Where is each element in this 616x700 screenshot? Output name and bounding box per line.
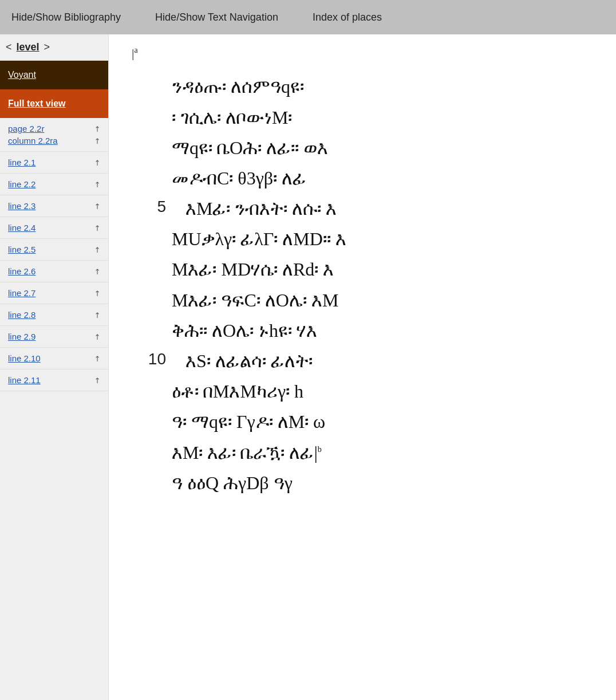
voyant-link[interactable]: Voyant: [8, 70, 36, 80]
line-2-8-arrow-icon: ↗: [92, 309, 102, 320]
line-2-5-link[interactable]: line 2.5: [8, 245, 35, 254]
line-number-10: 10: [132, 350, 166, 368]
text-line-1: ንዳዕጡ፡ ለሰምዓqዩ፡: [132, 72, 593, 103]
content-header: |a: [132, 46, 593, 61]
sidebar-item-line-2-7[interactable]: line 2.7 ↗: [0, 282, 108, 304]
line-2-1-link[interactable]: line 2.1: [8, 158, 35, 167]
line-2-10-link[interactable]: line 2.10: [8, 353, 41, 363]
column-2-2ra-link[interactable]: column 2.2ra: [8, 136, 58, 145]
sidebar: < level > Voyant Full text view page 2.2…: [0, 34, 109, 700]
text-line-6: MUቃλγ፡ ፊλΓ፡ ለMD፡፡ እ: [132, 225, 593, 255]
text-line-11: ዕቶ፡ በMእMካሪγ፡ h: [132, 377, 593, 407]
sidebar-item-fulltext[interactable]: Full text view: [0, 89, 108, 118]
sidebar-item-line-2-3[interactable]: line 2.3 ↗: [0, 195, 108, 217]
text-line-7: Mእፊ፡ MDሃሴ፡ ለRd፡ እ: [132, 255, 593, 285]
page-2-2r-link[interactable]: page 2.2r: [8, 124, 44, 133]
main-container: < level > Voyant Full text view page 2.2…: [0, 34, 616, 700]
top-navigation: Hide/Show Bibliography Hide/Show Text Na…: [0, 0, 616, 34]
nav-hide-show-bibliography[interactable]: Hide/Show Bibliography: [11, 6, 121, 29]
line-2-3-link[interactable]: line 2.3: [8, 201, 35, 211]
line-2-3-arrow-icon: ↗: [92, 200, 102, 211]
sidebar-item-line-2-8[interactable]: line 2.8 ↗: [0, 304, 108, 326]
line-number-5: 5: [132, 198, 166, 216]
level-prev-arrow[interactable]: <: [6, 41, 12, 53]
level-next-arrow[interactable]: >: [44, 41, 50, 53]
text-line-14: ዓ ዕዕQ ሕγDβ ዓγ: [132, 469, 593, 499]
column-2-2ra-arrow-icon: ↗: [92, 135, 102, 145]
line-2-7-link[interactable]: line 2.7: [8, 288, 35, 298]
text-line-9: ቅሕ፡፡ ለOሌ፡ ኑhዩ፡ ሃእ: [132, 316, 593, 347]
content-area: |a ንዳዕጡ፡ ለሰምዓqዩ፡ ፡ ገሲሌ፡ ለቦውነM፡ ማqዩ፡ ቤOሕ፡…: [109, 34, 616, 700]
line-2-11-link[interactable]: line 2.11: [8, 375, 41, 385]
level-label[interactable]: level: [17, 41, 40, 53]
text-line-12: ዓ፡ ማqዩ፡ Γγዶ፡ ለM፡ ω: [132, 407, 593, 438]
sidebar-item-voyant[interactable]: Voyant: [0, 61, 108, 89]
page-2-2r-arrow-icon: ↗: [92, 123, 102, 133]
header-superscript: a: [134, 46, 137, 54]
fulltext-link[interactable]: Full text view: [8, 99, 65, 108]
sidebar-item-line-2-9[interactable]: line 2.9 ↗: [0, 326, 108, 348]
text-line-13: እM፡ እፊ፡ ቤራዃ፡ ለፊ|b: [132, 438, 593, 469]
sidebar-item-line-2-6[interactable]: line 2.6 ↗: [0, 261, 108, 282]
nav-index-of-places[interactable]: Index of places: [313, 6, 382, 29]
text-line-3: ማqዩ፡ ቤOሕ፡ ለፊ፡፡ ወእ: [132, 133, 593, 164]
line-2-9-link[interactable]: line 2.9: [8, 332, 35, 341]
line-2-7-arrow-icon: ↗: [92, 288, 102, 298]
sidebar-item-line-2-11[interactable]: line 2.11 ↗: [0, 369, 108, 391]
text-line-8: Mእፊ፡ ዓፍC፡ ለOሌ፡ እM: [132, 286, 593, 316]
text-line-5: 5 እMፊ፡ ንብእት፡ ለሱ፡ እ: [132, 194, 593, 225]
sidebar-item-line-2-4[interactable]: line 2.4 ↗: [0, 217, 108, 239]
nav-hide-show-text-navigation[interactable]: Hide/Show Text Navigation: [155, 6, 278, 29]
line-2-11-arrow-icon: ↗: [92, 375, 102, 385]
line-2-10-arrow-icon: ↗: [92, 353, 102, 363]
sidebar-item-page-2-2r[interactable]: page 2.2r ↗ column 2.2ra ↗: [0, 118, 108, 152]
line-2-6-arrow-icon: ↗: [92, 266, 102, 276]
line-2-5-arrow-icon: ↗: [92, 244, 102, 254]
text-line-10: 10 እS፡ ለፊልሳ፡ ፊለት፡: [132, 347, 593, 377]
sidebar-item-line-2-10[interactable]: line 2.10 ↗: [0, 348, 108, 369]
level-nav: < level >: [0, 34, 108, 61]
text-line-2: ፡ ገሲሌ፡ ለቦውነM፡: [132, 103, 593, 133]
sidebar-item-line-2-2[interactable]: line 2.2 ↗: [0, 174, 108, 195]
line-2-2-link[interactable]: line 2.2: [8, 179, 35, 189]
sidebar-item-line-2-1[interactable]: line 2.1 ↗: [0, 152, 108, 174]
line-2-2-arrow-icon: ↗: [92, 179, 102, 189]
line-2-6-link[interactable]: line 2.6: [8, 266, 35, 276]
sidebar-item-line-2-5[interactable]: line 2.5 ↗: [0, 239, 108, 261]
line-2-4-link[interactable]: line 2.4: [8, 223, 35, 233]
text-line-4: መዶብC፡ θ3γβ፡ ለፊ: [132, 164, 593, 194]
line-2-9-arrow-icon: ↗: [92, 331, 102, 341]
line-2-4-arrow-icon: ↗: [92, 222, 102, 233]
line-2-8-link[interactable]: line 2.8: [8, 310, 35, 320]
line-2-1-arrow-icon: ↗: [92, 157, 102, 167]
